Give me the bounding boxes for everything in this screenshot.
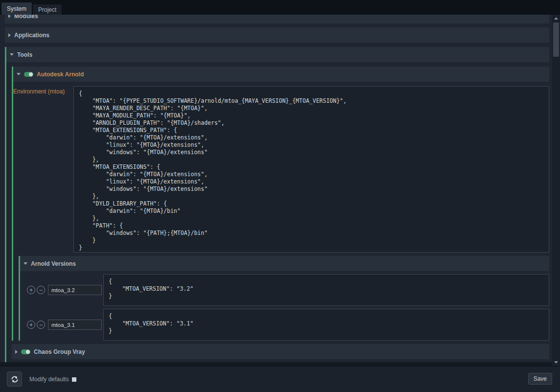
- toggle-on-icon[interactable]: [24, 72, 33, 77]
- section-modules-header[interactable]: Modules: [5, 15, 549, 23]
- section-tools-label: Tools: [17, 51, 32, 58]
- footer-bar: Modify defaults Save: [0, 366, 560, 392]
- env-mtoa-textarea[interactable]: { "MTOA": "{PYPE_STUDIO_SOFTWARE}/arnold…: [73, 86, 549, 253]
- arrow-down-icon: [554, 361, 558, 364]
- group-modules: Modules: [5, 15, 549, 23]
- section-vray-header[interactable]: Chaos Group Vray: [12, 344, 549, 359]
- scrollbar[interactable]: [552, 15, 560, 366]
- section-applications-label: Applications: [14, 32, 49, 39]
- section-arnold-versions-header[interactable]: Arnold Versions: [20, 256, 549, 271]
- settings-scroll-area: Modules Applications Tools: [0, 15, 552, 362]
- toggle-knob: [26, 350, 30, 354]
- remove-version-button[interactable]: −: [37, 321, 45, 329]
- refresh-button[interactable]: [7, 371, 22, 387]
- section-modules-label: Modules: [14, 15, 38, 20]
- group-arnold: Autodesk Arnold Environment (mtoa) { "MT…: [12, 67, 549, 341]
- group-arnold-versions: Arnold Versions + − { "MTOA_VERSION": "3…: [19, 256, 549, 341]
- version-row: + − { "MTOA_VERSION": "3.1" }: [27, 309, 549, 341]
- chevron-right-icon: [15, 350, 18, 354]
- chevron-down-icon: [10, 53, 14, 56]
- scrollbar-thumb[interactable]: [553, 23, 559, 57]
- version-key-input[interactable]: [48, 285, 102, 295]
- tab-project[interactable]: Project: [32, 4, 62, 15]
- tab-system[interactable]: System: [1, 2, 32, 15]
- chevron-down-icon: [23, 262, 27, 265]
- chevron-down-icon: [17, 73, 21, 75]
- arnold-body: Environment (mtoa) { "MTOA": "{PYPE_STUD…: [13, 82, 549, 341]
- refresh-icon: [10, 375, 19, 384]
- env-mtoa-label: Environment (mtoa): [13, 86, 71, 95]
- section-arnold-versions-label: Arnold Versions: [31, 260, 76, 267]
- tab-project-label: Project: [38, 6, 56, 13]
- group-applications: Applications: [5, 27, 549, 43]
- section-arnold-label: Autodesk Arnold: [37, 71, 84, 78]
- toggle-on-icon[interactable]: [21, 349, 30, 354]
- environment-row: Environment (mtoa) { "MTOA": "{PYPE_STUD…: [13, 86, 549, 253]
- scrollbar-up-button[interactable]: [552, 15, 560, 22]
- group-vray: Chaos Group Vray: [12, 344, 549, 359]
- modify-defaults-checkbox[interactable]: [72, 377, 76, 382]
- section-tools-header[interactable]: Tools: [6, 47, 549, 62]
- section-arnold-header[interactable]: Autodesk Arnold: [13, 67, 549, 82]
- tab-bar: System Project: [0, 0, 560, 15]
- add-version-button[interactable]: +: [27, 286, 35, 294]
- section-vray-label: Chaos Group Vray: [34, 348, 85, 355]
- save-button[interactable]: Save: [528, 373, 552, 385]
- settings-window: System Project Modules Applications Tool: [0, 0, 560, 392]
- remove-version-button[interactable]: −: [37, 286, 45, 294]
- arnold-versions-body: + − { "MTOA_VERSION": "3.2" } + −: [20, 271, 549, 341]
- version-json-textarea[interactable]: { "MTOA_VERSION": "3.1" }: [103, 309, 549, 341]
- toggle-knob: [29, 72, 33, 76]
- chevron-right-icon: [8, 15, 11, 18]
- version-json-textarea[interactable]: { "MTOA_VERSION": "3.2" }: [103, 274, 549, 306]
- tools-body: Autodesk Arnold Environment (mtoa) { "MT…: [6, 62, 549, 362]
- arrow-up-icon: [554, 17, 558, 20]
- section-applications-header[interactable]: Applications: [5, 27, 549, 43]
- scrollbar-down-button[interactable]: [552, 359, 560, 366]
- modify-defaults-label: Modify defaults: [29, 376, 69, 383]
- version-key-input[interactable]: [48, 320, 102, 330]
- tab-system-label: System: [7, 5, 26, 12]
- group-tools: Tools Autodesk Arnold Environment (mtoa): [5, 47, 549, 362]
- add-version-button[interactable]: +: [27, 321, 35, 329]
- chevron-right-icon: [8, 33, 11, 37]
- version-row: + − { "MTOA_VERSION": "3.2" }: [27, 274, 549, 306]
